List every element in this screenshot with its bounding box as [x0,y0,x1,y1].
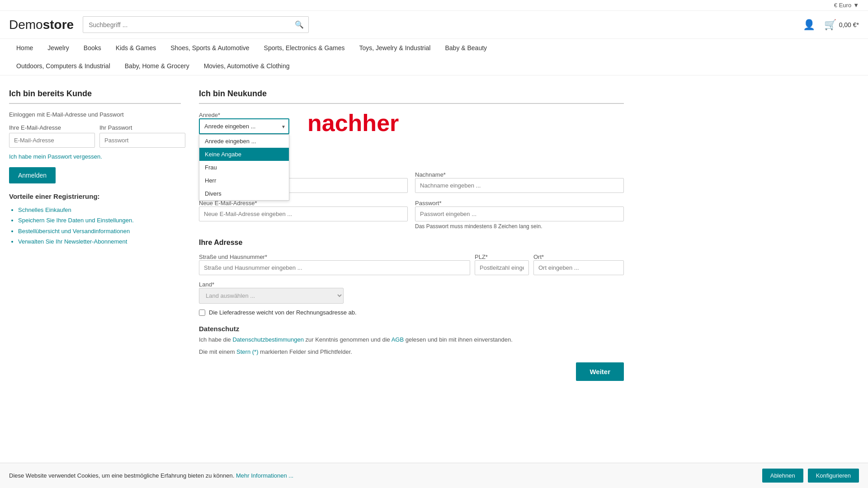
nachher-text: nachher [307,111,399,135]
logo[interactable]: Demostore [9,18,74,32]
benefit-3: Bestellübersicht und Versandinformatione… [18,226,181,236]
search-button[interactable]: 🔍 [290,17,308,33]
login-button[interactable]: Anmelden [9,167,56,183]
country-group: Land* Land auswählen ... [199,281,344,304]
plz-group: PLZ* [475,253,529,275]
weiter-button[interactable]: Weiter [576,362,624,381]
new-password-input[interactable] [415,206,624,221]
dropdown-item-frau[interactable]: Frau [199,161,289,174]
benefit-1: Schnelles Einkaufen [18,205,181,215]
new-customer-title: Ich bin Neukunde [199,89,624,104]
datenschutz-text-2: zur Kenntnis genommen und die [304,336,392,343]
nav-row-2: Outdoors, Computers & Industrial Baby, H… [9,57,859,75]
nav-item-babyhome[interactable]: Baby, Home & Grocery [118,57,197,75]
pflicht-text-1: Die mit einem [199,348,236,355]
country-label: Land* [199,281,214,288]
delivery-label[interactable]: Die Lieferadresse weicht von der Rechnun… [209,309,357,316]
delivery-checkbox-row: Die Lieferadresse weicht von der Rechnun… [199,309,624,316]
header-actions: 👤 🛒 0,00 €* [803,19,859,31]
city-input[interactable] [533,260,624,275]
new-email-input[interactable] [199,206,408,221]
datenschutz-link[interactable]: Datenschutzbestimmungen [232,336,304,343]
login-form-row: Ihre E-Mail-Adresse Ihr Passwort [9,124,181,148]
nachname-group: Nachname* [415,171,624,193]
street-input[interactable] [199,260,470,275]
search-bar: 🔍 [83,16,309,33]
nachname-input[interactable] [415,178,624,193]
street-label: Straße und Hausnummer* [199,253,267,260]
stern-link[interactable]: Stern (*) [236,348,258,355]
anrede-section: Anrede* Anrede eingeben ... ▼ Anrede ein… [199,111,624,135]
benefit-2: Speichern Sie Ihre Daten und Einstellung… [18,215,181,225]
cart-area[interactable]: 🛒 0,00 €* [824,19,859,31]
nav-item-toys[interactable]: Toys, Jewelry & Industrial [352,39,438,57]
datenschutz-text-3: gelesen und bin mit ihnen einverstanden. [404,336,513,343]
delivery-checkbox[interactable] [199,310,205,316]
city-group: Ort* [533,253,624,275]
pflicht-text-2: markierten Felder sind Pflichtfelder. [258,348,352,355]
agb-link[interactable]: AGB [392,336,404,343]
user-icon[interactable]: 👤 [803,19,815,31]
nav-item-baby[interactable]: Baby & Beauty [438,39,494,57]
login-subtitle: Einloggen mit E-Mail-Adresse und Passwor… [9,111,181,118]
country-select[interactable]: Land auswählen ... [199,288,344,304]
city-label: Ort* [533,253,544,260]
datenschutz-section: Datenschutz Ich habe die Datenschutzbest… [199,325,624,355]
datenschutz-text: Ich habe die Datenschutzbestimmungen zur… [199,335,624,345]
email-label: Ihre E-Mail-Adresse [9,124,95,131]
plz-input[interactable] [475,260,529,275]
datenschutz-title: Datenschutz [199,325,624,333]
currency-selector[interactable]: € Euro ▼ [834,2,859,9]
new-customer-section: Ich bin Neukunde Anrede* Anrede eingeben… [199,89,624,381]
dropdown-item-default[interactable]: Anrede eingeben ... [199,135,289,148]
search-input[interactable] [83,18,290,32]
anrede-label: Anrede* [199,112,220,118]
weiter-row: Weiter [199,362,624,381]
new-email-label: Neue E-Mail-Adresse* [199,200,257,206]
nav-item-kids[interactable]: Kids & Games [108,39,163,57]
pflicht-text: Die mit einem Stern (*) markierten Felde… [199,348,624,355]
nav-item-jewelry[interactable]: Jewelry [40,39,76,57]
password-hint: Das Passwort muss mindestens 8 Zeichen l… [415,223,624,230]
benefits-list: Schnelles Einkaufen Speichern Sie Ihre D… [9,205,181,247]
email-pass-row: Neue E-Mail-Adresse* Passwort* Das Passw… [199,199,624,230]
header: Demostore 🔍 👤 🛒 0,00 €* [0,11,868,39]
forgot-password-link[interactable]: Ich habe mein Passwort vergessen. [9,153,181,160]
password-label: Ihr Passwort [99,124,185,131]
nav-item-sports[interactable]: Sports, Electronics & Games [257,39,352,57]
top-bar: € Euro ▼ [0,0,868,11]
nav-item-home[interactable]: Home [9,39,40,57]
password-field[interactable] [99,133,185,148]
street-row: Straße und Hausnummer* PLZ* Ort* [199,253,624,275]
anrede-select-wrapper: Anrede eingeben ... ▼ [199,118,289,134]
anrede-dropdown: Anrede eingeben ... Keine Angabe Frau He… [199,134,289,201]
plz-label: PLZ* [475,253,488,260]
anrede-select[interactable]: Anrede eingeben ... [199,118,289,134]
dropdown-item-divers[interactable]: Divers [199,187,289,200]
dropdown-item-keine[interactable]: Keine Angabe [199,148,289,161]
nav-item-books[interactable]: Books [76,39,108,57]
dropdown-item-herr[interactable]: Herr [199,174,289,187]
new-password-group: Passwort* Das Passwort muss mindestens 8… [415,199,624,230]
anrede-group: Anrede* Anrede eingeben ... ▼ Anrede ein… [199,111,289,134]
navigation: Home Jewelry Books Kids & Games Shoes, S… [0,39,868,75]
currency-label: € Euro [834,2,851,9]
password-group: Ihr Passwort [99,124,185,148]
cart-amount: 0,00 €* [839,21,859,28]
nav-row-1: Home Jewelry Books Kids & Games Shoes, S… [9,39,859,57]
nav-item-outdoors[interactable]: Outdoors, Computers & Industrial [9,57,118,75]
nav-item-shoes[interactable]: Shoes, Sports & Automotive [163,39,256,57]
benefit-4: Verwalten Sie Ihr Newsletter-Abonnement [18,236,181,247]
existing-customer-title: Ich bin bereits Kunde [9,89,181,104]
new-password-label: Passwort* [415,200,442,206]
address-section-title: Ihre Adresse [199,239,624,247]
new-email-group: Neue E-Mail-Adresse* [199,199,408,221]
email-group: Ihre E-Mail-Adresse [9,124,95,148]
nav-item-movies[interactable]: Movies, Automotive & Clothing [197,57,297,75]
main-content: Ich bin bereits Kunde Einloggen mit E-Ma… [0,75,633,394]
street-group: Straße und Hausnummer* [199,253,470,275]
nachname-label: Nachname* [415,171,446,178]
email-field[interactable] [9,133,95,148]
benefits-title: Vorteile einer Registrierung: [9,192,181,200]
country-row: Land* Land auswählen ... [199,281,624,304]
